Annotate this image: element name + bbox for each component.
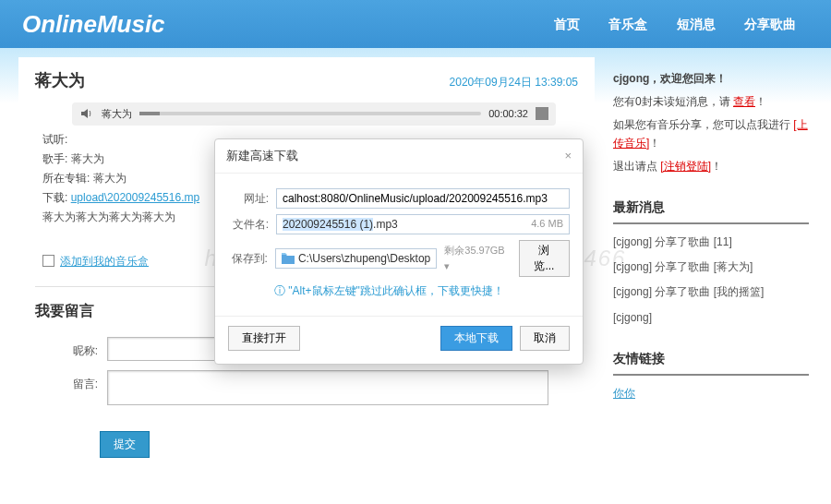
dialog-title: 新建高速下载 <box>226 147 298 165</box>
welcome-text: cjgong，欢迎您回来！ <box>613 70 809 88</box>
url-label: 网址: <box>228 190 269 207</box>
nav-share[interactable]: 分享歌曲 <box>744 17 796 31</box>
news-item[interactable]: [cjgong] 分享了歌曲 [蒋大为] <box>613 258 809 276</box>
friend-link[interactable]: 你你 <box>613 387 635 400</box>
artist-value: 蒋大为 <box>71 152 104 165</box>
speaker-icon <box>79 106 94 121</box>
url-input[interactable] <box>276 188 570 209</box>
album-label: 所在专辑: <box>42 172 90 185</box>
close-icon[interactable]: × <box>564 147 572 165</box>
audio-player[interactable]: 蒋大为 00:00:32 <box>72 102 556 126</box>
view-messages-link[interactable]: 查看 <box>733 95 755 108</box>
submit-button[interactable]: 提交 <box>100 431 150 458</box>
nav-messages[interactable]: 短消息 <box>677 17 716 31</box>
save-path-input[interactable]: C:\Users\zhupeng\Desktop <box>275 248 437 269</box>
filename-label: 文件名: <box>228 216 269 233</box>
add-to-musicbox-link[interactable]: 添加到我的音乐盒 <box>60 253 149 270</box>
filename-input[interactable]: 202009245516 (1).mp3 4.6 MB <box>276 214 570 234</box>
listen-label: 试听: <box>42 133 67 146</box>
download-label: 下载: <box>42 191 67 204</box>
nick-label: 昵称: <box>65 337 98 361</box>
unread-text: 您有0封未读短消息，请 <box>613 95 733 108</box>
file-size: 4.6 MB <box>531 216 563 232</box>
local-download-button[interactable]: 本地下载 <box>440 326 512 351</box>
hint-text: "Alt+鼠标左键"跳过此确认框，下载更快捷！ <box>274 282 570 299</box>
add-checkbox[interactable] <box>42 255 54 267</box>
logout-text: 退出请点 <box>613 160 660 173</box>
progress-bar[interactable] <box>139 112 481 115</box>
sidebar: cjgong，欢迎您回来！ 您有0封未读短消息，请 查看！ 如果您有音乐分享，您… <box>609 57 813 495</box>
song-title: 蒋大为 <box>35 68 85 93</box>
timestamp: 2020年09月24日 13:39:05 <box>450 74 578 90</box>
save-label: 保存到: <box>228 250 268 267</box>
news-item[interactable]: [cjgong] 分享了歌曲 [11] <box>613 234 809 251</box>
disk-remain: 剩余35.97GB ▾ <box>444 243 512 273</box>
news-item[interactable]: [cjgong] <box>613 309 809 327</box>
nav-home[interactable]: 首页 <box>554 17 580 31</box>
download-link[interactable]: upload\202009245516.mp <box>71 191 199 204</box>
player-time: 00:00:32 <box>488 106 528 122</box>
message-label: 留言: <box>65 370 98 405</box>
browse-button[interactable]: 浏览... <box>519 240 570 277</box>
top-nav: 首页 音乐盒 短消息 分享歌曲 <box>541 15 809 34</box>
download-dialog: 新建高速下载 × 网址: 文件名: 202009245516 (1).mp3 4… <box>214 138 584 365</box>
site-logo: OnlineMusic <box>22 6 541 42</box>
pause-button[interactable] <box>536 107 548 120</box>
player-track-name: 蒋大为 <box>102 106 132 122</box>
open-button[interactable]: 直接打开 <box>228 326 300 351</box>
cancel-button[interactable]: 取消 <box>520 326 570 351</box>
artist-label: 歌手: <box>42 152 67 165</box>
album-value: 蒋大为 <box>93 172 126 185</box>
logout-link[interactable]: [注销登陆] <box>660 160 711 173</box>
message-textarea[interactable] <box>107 370 548 405</box>
links-heading: 友情链接 <box>613 349 809 376</box>
folder-icon <box>282 253 295 264</box>
nav-musicbox[interactable]: 音乐盒 <box>608 17 647 31</box>
share-text: 如果您有音乐分享，您可以点我进行 <box>613 118 793 131</box>
news-heading: 最新消息 <box>613 198 809 224</box>
news-item[interactable]: [cjgong] 分享了歌曲 [我的摇篮] <box>613 283 809 301</box>
